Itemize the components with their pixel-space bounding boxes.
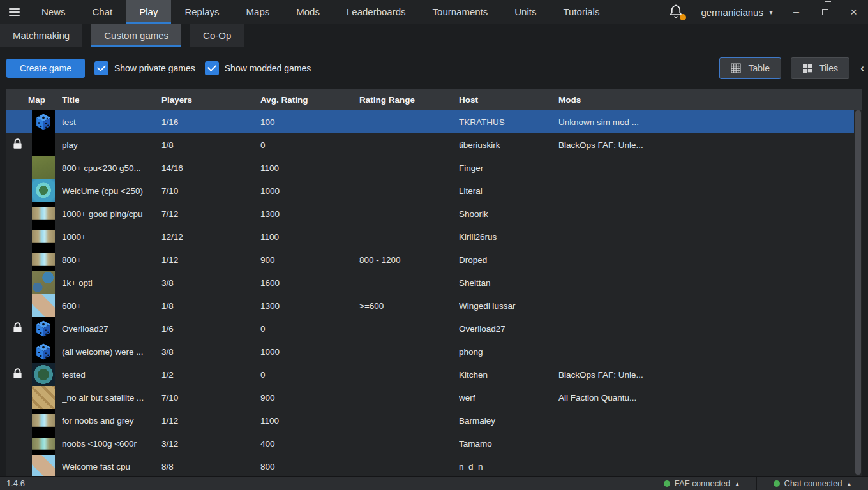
game-host: Droped [459, 255, 558, 265]
column-header-map[interactable]: Map [28, 95, 62, 105]
table-row[interactable]: tested 1/2 0 Kitchen BlackOps FAF: Unle.… [6, 363, 854, 386]
nav-item-leaderboards[interactable]: Leaderboards [333, 0, 419, 24]
close-button[interactable]: × [839, 0, 868, 24]
table-row[interactable]: (all welcome) were ... 3/8 1000 phong [6, 340, 854, 363]
game-players: 1/2 [161, 370, 260, 380]
table-row[interactable]: _no air but satellite ... 7/10 900 werf … [6, 386, 854, 409]
table-row[interactable]: WelcUme (cpu <250) 7/10 1000 Literal [6, 179, 854, 202]
game-title: play [62, 140, 161, 150]
map-thumbnail [32, 225, 55, 248]
restore-button[interactable] [811, 0, 839, 24]
game-mods: BlackOps FAF: Unle... [558, 370, 854, 380]
checkbox-checked-icon [94, 61, 108, 75]
game-host: werf [459, 393, 558, 403]
main-nav: News Chat Play Replays Maps Mods Leaderb… [28, 0, 613, 24]
hidden-map-dice-icon [34, 343, 52, 360]
game-players: 7/12 [161, 209, 260, 219]
show-modded-games-checkbox[interactable]: Show modded games [205, 61, 311, 75]
column-header-mods[interactable]: Mods [558, 95, 862, 105]
faf-connection-status[interactable]: FAF connected ▲ [647, 477, 756, 490]
lock-icon [13, 368, 22, 381]
table-row[interactable]: 800+ 1/12 900 800 - 1200 Droped [6, 248, 854, 271]
nav-item-chat[interactable]: Chat [79, 0, 126, 24]
table-row[interactable]: 800+ cpu<230 g50... 14/16 1100 Finger [6, 156, 854, 179]
play-sub-tabs: Matchmaking Custom games Co-Op [0, 24, 868, 47]
table-row[interactable]: 1k+ opti 3/8 1600 Sheittan [6, 271, 854, 294]
table-row[interactable]: 600+ 1/8 1300 >=600 WingedHussar [6, 294, 854, 317]
game-host: Kitchen [459, 370, 558, 380]
game-players: 3/8 [161, 278, 260, 288]
checkbox-checked-icon [205, 61, 219, 75]
column-header-avg-rating[interactable]: Avg. Rating [260, 95, 359, 105]
game-players: 7/10 [161, 393, 260, 403]
username[interactable]: germanicianus [701, 7, 763, 18]
top-nav: News Chat Play Replays Maps Mods Leaderb… [0, 0, 868, 24]
menu-icon[interactable] [0, 0, 28, 24]
game-host: Kirill26rus [459, 232, 558, 242]
connected-dot-icon [774, 480, 780, 487]
tiles-view-button[interactable]: Tiles [791, 57, 849, 79]
game-host: WingedHussar [459, 301, 558, 311]
show-private-games-checkbox[interactable]: Show private games [94, 61, 195, 75]
game-avg-rating: 1300 [260, 301, 359, 311]
column-header-host[interactable]: Host [459, 95, 558, 105]
map-thumbnail [32, 110, 55, 133]
game-title: 800+ [62, 255, 161, 265]
table-row[interactable]: test 1/16 100 TKRATHUS Unknown sim mod .… [6, 110, 854, 133]
column-header-title[interactable]: Title [62, 95, 161, 105]
map-thumbnail [32, 409, 55, 432]
game-host: Shoorik [459, 209, 558, 219]
game-title: (all welcome) were ... [62, 347, 161, 357]
minimize-button[interactable]: – [782, 0, 811, 24]
game-avg-rating: 1300 [260, 209, 359, 219]
game-title: Overlload27 [62, 324, 161, 334]
game-players: 1/8 [161, 140, 260, 150]
table-grid-icon [731, 63, 741, 73]
table-row[interactable]: Overlload27 1/6 0 Overlload27 [6, 317, 854, 340]
game-avg-rating: 1000 [260, 186, 359, 196]
nav-item-units[interactable]: Units [501, 0, 550, 24]
game-title: 600+ [62, 301, 161, 311]
notifications-bell-icon[interactable] [669, 4, 685, 20]
game-avg-rating: 1100 [260, 416, 359, 426]
table-view-button[interactable]: Table [719, 57, 781, 79]
nav-item-maps[interactable]: Maps [233, 0, 283, 24]
map-thumbnail [32, 156, 55, 179]
game-avg-rating: 0 [260, 370, 359, 380]
create-game-button[interactable]: Create game [6, 59, 85, 78]
column-header-players[interactable]: Players [161, 95, 260, 105]
nav-item-play[interactable]: Play [126, 0, 171, 24]
hidden-map-dice-icon [34, 320, 52, 338]
game-players: 12/12 [161, 232, 260, 242]
table-row[interactable]: 1000+ 12/12 1100 Kirill26rus [6, 225, 854, 248]
collapse-panel-chevron-icon[interactable]: ‹ [858, 62, 867, 75]
table-row[interactable]: 1000+ good ping/cpu 7/12 1300 Shoorik [6, 202, 854, 225]
table-row[interactable]: Welcome fast cpu 8/8 800 n_d_n [6, 455, 854, 476]
game-players: 7/10 [161, 186, 260, 196]
user-menu-caret-icon[interactable]: ▾ [769, 8, 773, 17]
table-row[interactable]: play 1/8 0 tiberiuskirk BlackOps FAF: Un… [6, 133, 854, 156]
map-thumbnail [32, 455, 55, 476]
chat-connection-status[interactable]: Chat connected ▲ [756, 477, 868, 490]
tab-matchmaking[interactable]: Matchmaking [0, 24, 82, 47]
tiles-icon [802, 63, 812, 73]
lock-icon [13, 138, 22, 151]
game-title: tested [62, 370, 161, 380]
nav-item-replays[interactable]: Replays [171, 0, 232, 24]
tab-custom-games[interactable]: Custom games [91, 24, 181, 47]
game-title: for noobs and grey [62, 416, 161, 426]
map-thumbnail [32, 340, 55, 363]
game-players: 1/8 [161, 301, 260, 311]
game-host: Tamamo [459, 439, 558, 449]
tab-coop[interactable]: Co-Op [190, 24, 244, 47]
scrollbar-thumb[interactable] [855, 110, 861, 475]
table-row[interactable]: noobs <100g <600r 3/12 400 Tamamo [6, 432, 854, 455]
table-row[interactable]: for noobs and grey 1/12 1100 Barmaley [6, 409, 854, 432]
nav-item-mods[interactable]: Mods [283, 0, 333, 24]
nav-item-tournaments[interactable]: Tournaments [419, 0, 502, 24]
game-avg-rating: 900 [260, 255, 359, 265]
column-header-rating-range[interactable]: Rating Range [359, 95, 459, 105]
app-version: 1.4.6 [0, 479, 25, 488]
nav-item-tutorials[interactable]: Tutorials [550, 0, 613, 24]
nav-item-news[interactable]: News [28, 0, 79, 24]
